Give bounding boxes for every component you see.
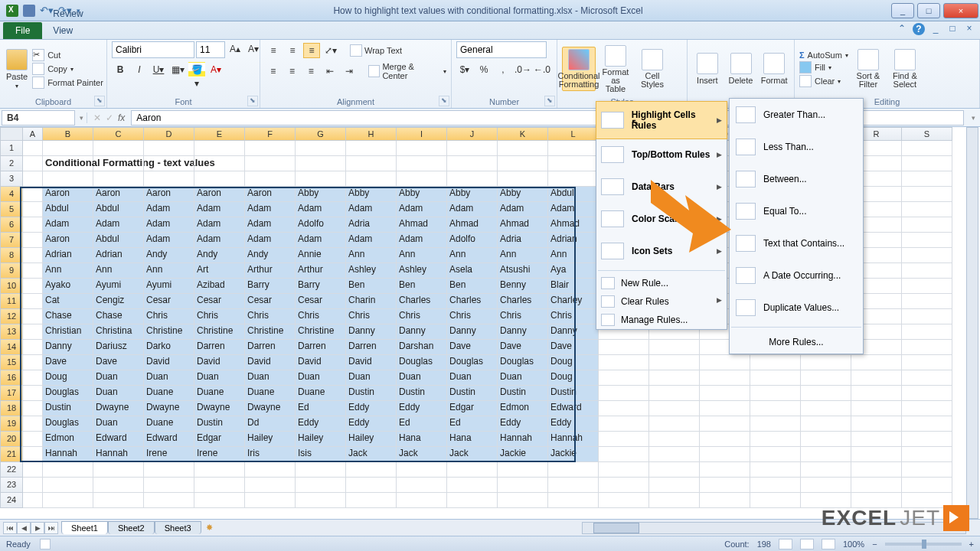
close-button[interactable]: × [943, 3, 978, 18]
row-header[interactable]: 11 [0, 294, 23, 309]
cell[interactable] [397, 141, 447, 156]
normal-view-icon[interactable] [779, 539, 792, 549]
cell[interactable] [902, 432, 952, 447]
cell[interactable]: Hannah [43, 447, 93, 462]
cell[interactable]: Dustin [447, 386, 498, 401]
cell[interactable]: Aaron [93, 187, 144, 202]
cell[interactable]: Adam [194, 202, 245, 217]
cell[interactable]: Azibad [194, 279, 245, 294]
cell[interactable] [599, 386, 649, 401]
cell[interactable] [649, 370, 700, 386]
cell[interactable] [750, 355, 801, 370]
cell[interactable] [649, 432, 700, 447]
cell[interactable]: Dustin [346, 386, 397, 401]
cell[interactable] [245, 493, 296, 508]
insert-cells-button[interactable]: Insert [692, 51, 723, 86]
cell[interactable] [902, 478, 952, 493]
cell[interactable]: Irene [194, 447, 245, 462]
cell[interactable] [194, 141, 245, 156]
row-header[interactable]: 20 [0, 432, 23, 447]
column-header[interactable]: G [296, 127, 346, 141]
cell[interactable]: Abby [447, 187, 498, 202]
cell[interactable] [548, 156, 599, 171]
submenu-item[interactable]: A Date Occurring... [730, 259, 863, 292]
cell[interactable]: Duan [498, 370, 548, 386]
column-header[interactable]: D [144, 127, 194, 141]
cell[interactable]: Doug [43, 370, 93, 386]
cell[interactable] [93, 171, 144, 187]
cell[interactable]: Adam [93, 217, 144, 233]
cell[interactable] [23, 447, 43, 462]
cell[interactable]: Aaron [43, 233, 93, 248]
cell[interactable] [902, 141, 952, 156]
cell[interactable] [801, 462, 851, 478]
cell[interactable]: Edward [93, 432, 144, 447]
cell[interactable]: Chris [548, 309, 599, 324]
cell[interactable] [23, 171, 43, 187]
align-left-icon[interactable]: ≡ [265, 64, 282, 79]
cell[interactable]: Doug [548, 355, 599, 370]
cf-menu-item[interactable]: Top/Bottom Rules▶ [596, 139, 727, 171]
cell[interactable]: Chris [194, 309, 245, 324]
cell[interactable] [194, 462, 245, 478]
name-box[interactable]: B4 [2, 110, 75, 126]
cell[interactable] [902, 187, 952, 202]
cell[interactable]: Ann [498, 248, 548, 263]
cell[interactable]: Dwayne [93, 401, 144, 416]
cell[interactable] [245, 141, 296, 156]
orientation-icon[interactable]: ⤢▾ [322, 43, 339, 58]
cancel-icon[interactable]: ✕ [93, 112, 101, 123]
cell[interactable] [397, 493, 447, 508]
cell[interactable]: David [194, 355, 245, 370]
row-header[interactable]: 3 [0, 171, 23, 187]
cell[interactable] [649, 355, 700, 370]
cell[interactable]: Abby [296, 187, 346, 202]
cell[interactable] [902, 401, 952, 416]
cell[interactable]: Barry [245, 279, 296, 294]
cell[interactable]: Blair [548, 279, 599, 294]
cell[interactable] [498, 171, 548, 187]
cell[interactable] [750, 386, 801, 401]
zoom-slider[interactable] [885, 543, 962, 546]
cell[interactable] [23, 355, 43, 370]
cell[interactable]: Douglas [43, 416, 93, 432]
cell[interactable] [144, 478, 194, 493]
cell[interactable]: Adolfo [447, 233, 498, 248]
cell[interactable]: Ann [144, 263, 194, 279]
cell[interactable]: Chase [43, 309, 93, 324]
number-launcher[interactable]: ⬊ [544, 96, 555, 106]
cell[interactable] [397, 171, 447, 187]
cell[interactable] [902, 294, 952, 309]
copy-button[interactable]: Copy▾ [32, 63, 103, 75]
cell[interactable]: Charles [498, 294, 548, 309]
cell[interactable]: Adam [43, 217, 93, 233]
row-header[interactable]: 18 [0, 401, 23, 416]
cell[interactable] [599, 478, 649, 493]
cell[interactable] [902, 355, 952, 370]
cell[interactable]: Duane [144, 416, 194, 432]
cell[interactable] [144, 462, 194, 478]
help-icon[interactable]: ? [913, 23, 925, 35]
cell[interactable]: Adria [346, 217, 397, 233]
cell[interactable] [23, 202, 43, 217]
cell[interactable]: Cesar [245, 294, 296, 309]
cell[interactable]: Adam [397, 202, 447, 217]
cell[interactable]: Dustin [498, 386, 548, 401]
cell[interactable] [296, 493, 346, 508]
cell[interactable] [397, 478, 447, 493]
column-header[interactable]: J [447, 127, 498, 141]
row-header[interactable]: 12 [0, 309, 23, 324]
cell[interactable]: Adam [397, 233, 447, 248]
cell[interactable]: Arthur [245, 263, 296, 279]
cell[interactable]: Ben [346, 279, 397, 294]
font-color-button[interactable]: A▾ [207, 62, 224, 77]
cell[interactable] [23, 462, 43, 478]
cell[interactable]: Adam [144, 202, 194, 217]
cell[interactable] [447, 493, 498, 508]
format-as-table-button[interactable]: Format as Table [599, 44, 632, 95]
cell[interactable]: Andy [194, 248, 245, 263]
cell[interactable] [245, 171, 296, 187]
cell[interactable] [498, 156, 548, 171]
font-launcher[interactable]: ⬊ [247, 96, 258, 106]
cell[interactable]: Danny [346, 324, 397, 340]
